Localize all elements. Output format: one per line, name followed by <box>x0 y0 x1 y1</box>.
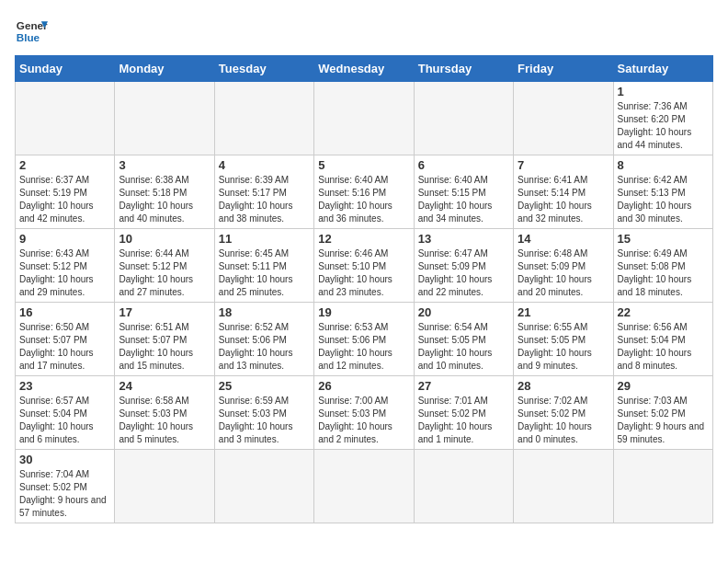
day-info: Sunrise: 6:58 AM Sunset: 5:03 PM Dayligh… <box>119 395 210 446</box>
day-number: 15 <box>618 232 709 246</box>
calendar-cell <box>214 82 313 155</box>
day-info: Sunrise: 6:40 AM Sunset: 5:15 PM Dayligh… <box>418 174 509 225</box>
generalblue-logo-icon: General Blue <box>15 15 48 48</box>
day-number: 16 <box>19 305 110 319</box>
calendar-cell: 17Sunrise: 6:51 AM Sunset: 5:07 PM Dayli… <box>115 303 214 376</box>
day-info: Sunrise: 6:55 AM Sunset: 5:05 PM Dayligh… <box>518 321 609 373</box>
calendar-cell: 13Sunrise: 6:47 AM Sunset: 5:09 PM Dayli… <box>414 229 513 303</box>
calendar-cell: 14Sunrise: 6:48 AM Sunset: 5:09 PM Dayli… <box>514 229 613 303</box>
day-number: 11 <box>219 232 310 246</box>
calendar-cell <box>314 82 414 155</box>
calendar-header-row: SundayMondayTuesdayWednesdayThursdayFrid… <box>16 56 713 82</box>
day-info: Sunrise: 6:46 AM Sunset: 5:10 PM Dayligh… <box>318 247 409 299</box>
calendar-cell <box>16 82 115 155</box>
day-info: Sunrise: 6:42 AM Sunset: 5:13 PM Dayligh… <box>618 174 709 225</box>
calendar-cell <box>314 450 414 523</box>
calendar-cell: 16Sunrise: 6:50 AM Sunset: 5:07 PM Dayli… <box>16 303 115 376</box>
calendar-header-wednesday: Wednesday <box>314 56 414 82</box>
day-number: 5 <box>318 158 409 172</box>
calendar-table: SundayMondayTuesdayWednesdayThursdayFrid… <box>15 55 713 523</box>
day-info: Sunrise: 6:57 AM Sunset: 5:04 PM Dayligh… <box>19 395 110 446</box>
calendar-cell <box>514 450 613 523</box>
calendar-header-thursday: Thursday <box>414 56 513 82</box>
calendar-cell: 5Sunrise: 6:40 AM Sunset: 5:16 PM Daylig… <box>314 155 414 229</box>
calendar-cell: 10Sunrise: 6:44 AM Sunset: 5:12 PM Dayli… <box>115 229 214 303</box>
day-info: Sunrise: 6:51 AM Sunset: 5:07 PM Dayligh… <box>119 321 210 373</box>
day-number: 17 <box>119 305 210 319</box>
calendar-cell <box>115 82 214 155</box>
day-info: Sunrise: 6:47 AM Sunset: 5:09 PM Dayligh… <box>418 247 509 299</box>
day-info: Sunrise: 6:37 AM Sunset: 5:19 PM Dayligh… <box>19 174 110 225</box>
svg-text:General: General <box>17 19 48 31</box>
day-info: Sunrise: 6:43 AM Sunset: 5:12 PM Dayligh… <box>19 247 110 299</box>
day-info: Sunrise: 7:03 AM Sunset: 5:02 PM Dayligh… <box>618 395 709 446</box>
page-header: General Blue <box>15 15 713 48</box>
day-info: Sunrise: 6:50 AM Sunset: 5:07 PM Dayligh… <box>19 321 110 373</box>
calendar-cell: 28Sunrise: 7:02 AM Sunset: 5:02 PM Dayli… <box>514 376 613 450</box>
week-row-3: 9Sunrise: 6:43 AM Sunset: 5:12 PM Daylig… <box>16 229 713 303</box>
week-row-6: 30Sunrise: 7:04 AM Sunset: 5:02 PM Dayli… <box>16 450 713 523</box>
day-info: Sunrise: 6:59 AM Sunset: 5:03 PM Dayligh… <box>219 395 310 446</box>
calendar-cell: 4Sunrise: 6:39 AM Sunset: 5:17 PM Daylig… <box>214 155 313 229</box>
day-info: Sunrise: 7:04 AM Sunset: 5:02 PM Dayligh… <box>19 468 110 520</box>
day-number: 26 <box>318 379 409 393</box>
calendar-cell: 25Sunrise: 6:59 AM Sunset: 5:03 PM Dayli… <box>214 376 313 450</box>
calendar-cell: 15Sunrise: 6:49 AM Sunset: 5:08 PM Dayli… <box>613 229 712 303</box>
calendar-cell: 30Sunrise: 7:04 AM Sunset: 5:02 PM Dayli… <box>16 450 115 523</box>
calendar-header-saturday: Saturday <box>613 56 712 82</box>
calendar-cell: 20Sunrise: 6:54 AM Sunset: 5:05 PM Dayli… <box>414 303 513 376</box>
day-info: Sunrise: 6:52 AM Sunset: 5:06 PM Dayligh… <box>219 321 310 373</box>
calendar-cell <box>514 82 613 155</box>
calendar-cell: 23Sunrise: 6:57 AM Sunset: 5:04 PM Dayli… <box>16 376 115 450</box>
calendar-cell: 12Sunrise: 6:46 AM Sunset: 5:10 PM Dayli… <box>314 229 414 303</box>
day-info: Sunrise: 6:40 AM Sunset: 5:16 PM Dayligh… <box>318 174 409 225</box>
day-number: 23 <box>19 379 110 393</box>
calendar-cell <box>414 82 513 155</box>
day-info: Sunrise: 6:41 AM Sunset: 5:14 PM Dayligh… <box>518 174 609 225</box>
calendar-cell: 8Sunrise: 6:42 AM Sunset: 5:13 PM Daylig… <box>613 155 712 229</box>
day-info: Sunrise: 6:56 AM Sunset: 5:04 PM Dayligh… <box>618 321 709 373</box>
calendar-cell: 6Sunrise: 6:40 AM Sunset: 5:15 PM Daylig… <box>414 155 513 229</box>
day-number: 20 <box>418 305 509 319</box>
week-row-4: 16Sunrise: 6:50 AM Sunset: 5:07 PM Dayli… <box>16 303 713 376</box>
calendar-header-monday: Monday <box>115 56 214 82</box>
day-info: Sunrise: 6:49 AM Sunset: 5:08 PM Dayligh… <box>618 247 709 299</box>
day-number: 30 <box>19 453 110 466</box>
calendar-cell: 3Sunrise: 6:38 AM Sunset: 5:18 PM Daylig… <box>115 155 214 229</box>
day-number: 13 <box>418 232 509 246</box>
calendar-header-tuesday: Tuesday <box>214 56 313 82</box>
calendar-cell: 29Sunrise: 7:03 AM Sunset: 5:02 PM Dayli… <box>613 376 712 450</box>
calendar-cell: 9Sunrise: 6:43 AM Sunset: 5:12 PM Daylig… <box>16 229 115 303</box>
day-number: 6 <box>418 158 509 172</box>
day-info: Sunrise: 7:02 AM Sunset: 5:02 PM Dayligh… <box>518 395 609 446</box>
day-number: 2 <box>19 158 110 172</box>
day-number: 29 <box>618 379 709 393</box>
calendar-cell: 22Sunrise: 6:56 AM Sunset: 5:04 PM Dayli… <box>613 303 712 376</box>
calendar-cell <box>214 450 313 523</box>
day-info: Sunrise: 6:48 AM Sunset: 5:09 PM Dayligh… <box>518 247 609 299</box>
calendar-cell: 2Sunrise: 6:37 AM Sunset: 5:19 PM Daylig… <box>16 155 115 229</box>
logo: General Blue <box>15 15 48 48</box>
day-number: 19 <box>318 305 409 319</box>
week-row-5: 23Sunrise: 6:57 AM Sunset: 5:04 PM Dayli… <box>16 376 713 450</box>
calendar-cell: 27Sunrise: 7:01 AM Sunset: 5:02 PM Dayli… <box>414 376 513 450</box>
day-number: 8 <box>618 158 709 172</box>
calendar-cell: 18Sunrise: 6:52 AM Sunset: 5:06 PM Dayli… <box>214 303 313 376</box>
day-number: 1 <box>618 85 709 98</box>
day-number: 10 <box>119 232 210 246</box>
day-info: Sunrise: 6:38 AM Sunset: 5:18 PM Dayligh… <box>119 174 210 225</box>
svg-text:Blue: Blue <box>17 31 40 43</box>
day-info: Sunrise: 6:54 AM Sunset: 5:05 PM Dayligh… <box>418 321 509 373</box>
day-info: Sunrise: 6:44 AM Sunset: 5:12 PM Dayligh… <box>119 247 210 299</box>
day-number: 25 <box>219 379 310 393</box>
day-number: 4 <box>219 158 310 172</box>
day-info: Sunrise: 6:39 AM Sunset: 5:17 PM Dayligh… <box>219 174 310 225</box>
day-info: Sunrise: 6:45 AM Sunset: 5:11 PM Dayligh… <box>219 247 310 299</box>
day-number: 7 <box>518 158 609 172</box>
calendar-cell: 24Sunrise: 6:58 AM Sunset: 5:03 PM Dayli… <box>115 376 214 450</box>
calendar-cell <box>414 450 513 523</box>
day-number: 14 <box>518 232 609 246</box>
calendar-cell: 21Sunrise: 6:55 AM Sunset: 5:05 PM Dayli… <box>514 303 613 376</box>
calendar-cell: 7Sunrise: 6:41 AM Sunset: 5:14 PM Daylig… <box>514 155 613 229</box>
calendar-header-sunday: Sunday <box>16 56 115 82</box>
